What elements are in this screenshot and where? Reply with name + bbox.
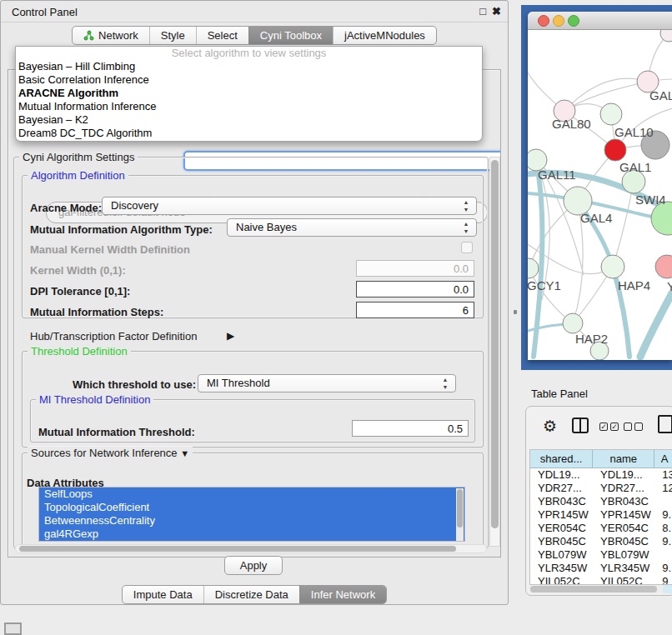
settings-scroll-area: gal-filtered.sif default node Cyni Algor…: [8, 69, 501, 558]
control-panel-tabs: Network Style Select Cyni Toolbox jActiv…: [1, 26, 508, 45]
list-item[interactable]: SelfLoops: [39, 488, 464, 501]
mi-threshold-field[interactable]: [352, 420, 469, 437]
mi-type-combobox[interactable]: Naive Bayes ▲▼: [227, 218, 477, 237]
table-row[interactable]: YER054CYER054C8.: [530, 522, 672, 535]
control-panel-window: Control Panel □ ✖ Network Style: [0, 0, 509, 605]
mac-minimize-icon[interactable]: [554, 16, 564, 27]
table-toolbar: ⚙ ✓✓: [526, 407, 672, 447]
network-node: [601, 255, 624, 278]
mi-threshold-definition-title: MI Threshold Definition: [36, 393, 153, 406]
tab-select[interactable]: Select: [196, 27, 248, 44]
dropdown-placeholder: Select algorithm to view settings: [16, 47, 482, 60]
control-panel-title: Control Panel: [12, 6, 78, 18]
table-row[interactable]: YBR043CYBR043C: [530, 495, 672, 508]
column-header[interactable]: A: [654, 450, 672, 468]
tab-impute-data[interactable]: Impute Data: [123, 586, 203, 603]
network-node: [563, 313, 583, 333]
table-row[interactable]: YPR145WYPR145W9.: [530, 508, 672, 522]
dropdown-item-selected[interactable]: ARACNE Algorithm: [16, 87, 482, 100]
sources-title: Sources for Network Inference ▼: [28, 447, 193, 459]
list-scrollbar[interactable]: [456, 488, 464, 542]
network-view-frame: GAL8 GAL80 GAL10 GAL1 GAL11 SWI4 GAL4 GC…: [521, 5, 672, 370]
mi-steps-field[interactable]: [356, 302, 474, 318]
network-node: [655, 255, 672, 278]
node-label: GCY1: [528, 278, 561, 292]
table-panel: ⚙ ✓✓ shared... name A YDL19...YDL19...13…: [525, 406, 672, 596]
column-header[interactable]: name: [593, 450, 654, 468]
algorithm-definition-title: Algorithm Definition: [28, 169, 128, 182]
bottom-tabs: Impute Data Discretize Data Infer Networ…: [1, 585, 508, 604]
dropdown-item[interactable]: Bayesian – Hill Climbing: [16, 60, 482, 73]
tab-discretize-data[interactable]: Discretize Data: [203, 586, 299, 603]
close-icon[interactable]: ✖: [492, 5, 501, 18]
node-label: HAP2: [575, 332, 608, 346]
mac-close-icon[interactable]: [539, 16, 549, 27]
checked-boxes-icon[interactable]: ✓✓: [599, 422, 619, 431]
tab-style[interactable]: Style: [149, 27, 196, 44]
dropdown-item[interactable]: Dream8 DC_TDC Algorithm: [16, 127, 482, 140]
manual-kernel-checkbox[interactable]: [461, 242, 473, 253]
table-row[interactable]: YBR045CYBR045C9.: [530, 535, 672, 548]
node-label: GAL10: [614, 125, 654, 139]
vertical-scrollbar[interactable]: [489, 157, 500, 547]
aracne-mode-combobox[interactable]: Discovery ▲▼: [102, 197, 477, 215]
data-attributes-list[interactable]: SelfLoops TopologicalCoefficient Between…: [38, 487, 465, 542]
mi-type-label: Mutual Information Algorithm Type:: [30, 223, 213, 236]
hub-definition-label[interactable]: Hub/Transcription Factor Definition: [30, 330, 197, 342]
dpi-tolerance-field[interactable]: [356, 281, 474, 298]
table-row[interactable]: YDL19...YDL19...13: [530, 468, 672, 482]
network-canvas[interactable]: GAL8 GAL80 GAL10 GAL1 GAL11 SWI4 GAL4 GC…: [528, 30, 672, 360]
which-threshold-combobox[interactable]: MI Threshold ▲▼: [198, 374, 456, 392]
gear-icon[interactable]: ⚙: [543, 417, 557, 436]
table-row[interactable]: YDR27...YDR27...12: [530, 482, 672, 495]
dropdown-item[interactable]: Mutual Information Inference: [16, 100, 482, 113]
table-row[interactable]: YLR345WYLR345W9.: [530, 562, 672, 575]
table-panel-title: Table Panel: [531, 388, 588, 400]
tab-cyni-toolbox[interactable]: Cyni Toolbox: [248, 27, 333, 44]
tab-infer-network[interactable]: Infer Network: [299, 586, 386, 603]
mac-zoom-icon[interactable]: [569, 16, 579, 27]
tab-jactivemnodules[interactable]: jActiveMNodules: [333, 27, 436, 44]
node-label: GAL11: [538, 168, 576, 182]
stepper-arrows-icon: ▲▼: [441, 376, 449, 391]
node-label: GAL4: [580, 211, 612, 225]
unchecked-boxes-icon[interactable]: [624, 422, 643, 431]
table-horizontal-scrollbar[interactable]: [529, 585, 663, 593]
tab-network[interactable]: Network: [73, 27, 149, 44]
network-node: [604, 139, 626, 161]
node-label: GAL1: [619, 160, 651, 174]
network-node: [528, 258, 539, 278]
float-window-icon[interactable]: □: [479, 5, 486, 18]
stepper-arrows-icon: ▲▼: [462, 220, 470, 235]
aracne-mode-label: Aracne Mode:: [30, 202, 102, 214]
node-label: SWI4: [635, 192, 666, 207]
list-item[interactable]: TopologicalCoefficient: [39, 501, 464, 514]
tab-network-label: Network: [98, 29, 138, 42]
network-icon: [83, 30, 94, 41]
horizontal-scrollbar[interactable]: [15, 544, 487, 553]
list-item[interactable]: gal4RGexp: [39, 528, 464, 541]
node-label: GAL8: [649, 88, 672, 102]
apply-button[interactable]: Apply: [224, 556, 283, 575]
node-table[interactable]: shared... name A YDL19...YDL19...13 YDR2…: [529, 449, 672, 585]
export-table-icon[interactable]: [658, 415, 672, 433]
dropdown-item[interactable]: Basic Correlation Inference: [16, 73, 482, 87]
columns-icon[interactable]: [572, 418, 589, 433]
node-label: HAP4: [618, 278, 650, 292]
kernel-width-field[interactable]: [356, 260, 474, 277]
collapse-down-arrow-icon[interactable]: ▼: [180, 448, 189, 458]
mi-threshold-label: Mutual Information Threshold:: [38, 426, 195, 438]
table-row[interactable]: YBL079WYBL079W: [530, 548, 672, 562]
minimized-window-icon[interactable]: [4, 622, 22, 635]
table-row[interactable]: YIL052CYIL052C9: [530, 575, 672, 585]
kernel-width-label: Kernel Width (0,1):: [30, 264, 126, 277]
network-window: GAL8 GAL80 GAL10 GAL1 GAL11 SWI4 GAL4 GC…: [528, 12, 672, 360]
dropdown-item[interactable]: Bayesian – K2: [16, 113, 482, 127]
dpi-tolerance-label: DPI Tolerance [0,1]:: [30, 285, 130, 298]
column-header[interactable]: shared...: [530, 450, 593, 468]
expand-right-arrow-icon[interactable]: ▶: [227, 330, 234, 342]
cyni-settings-title: Cyni Algorithm Settings: [19, 151, 138, 163]
list-item[interactable]: BetweennessCentrality: [39, 514, 464, 528]
manual-kernel-label: Manual Kernel Width Definition: [30, 243, 190, 256]
splitter-handle[interactable]: [514, 310, 517, 314]
